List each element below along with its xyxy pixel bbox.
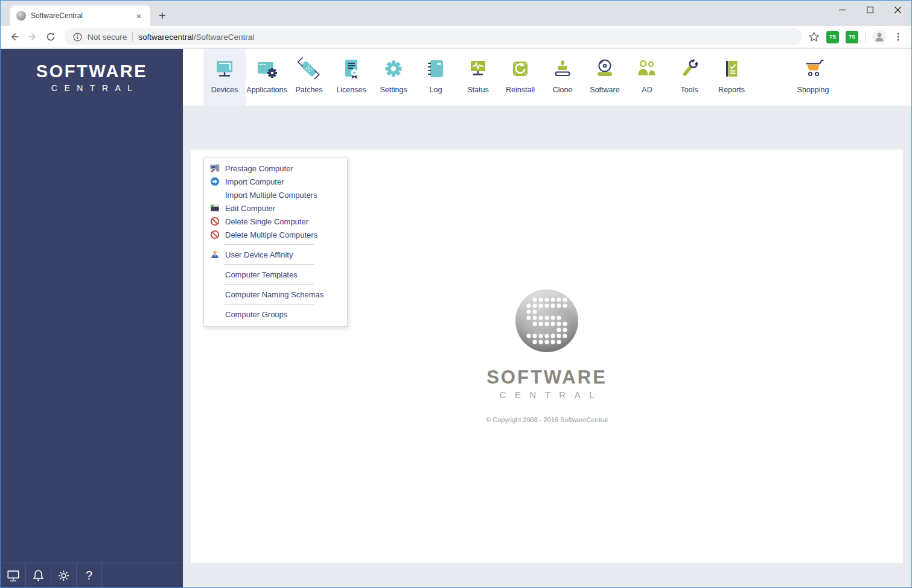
info-icon xyxy=(73,33,82,42)
menu-item-devices[interactable]: Devices xyxy=(203,49,246,106)
dropdown-item-computer-templates[interactable]: Computer Templates xyxy=(204,268,347,281)
dropdown-item-label: Delete Single Computer xyxy=(225,217,308,226)
software-icon xyxy=(593,57,617,81)
reload-icon xyxy=(45,31,56,42)
log-icon xyxy=(424,57,448,81)
gear-icon xyxy=(57,569,71,583)
logo-dotted-s-icon xyxy=(525,296,569,346)
sidebar-computer-button[interactable] xyxy=(1,563,26,587)
tab-close-icon[interactable]: × xyxy=(133,10,144,21)
security-label[interactable]: Not secure xyxy=(88,33,127,42)
menu-item-tools[interactable]: Tools xyxy=(668,49,710,106)
no-icon xyxy=(210,289,220,299)
sidebar-help-button[interactable]: ? xyxy=(77,563,102,587)
content-logo-central: CENTRAL xyxy=(491,390,603,400)
close-icon xyxy=(894,7,901,13)
menu-item-label: Settings xyxy=(380,86,407,94)
dropdown-item-delete-multiple-computers[interactable]: Delete Multiple Computers xyxy=(204,228,347,241)
import-computer-icon xyxy=(210,177,220,186)
browser-toolbar: Not secure softwarecentral/SoftwareCentr… xyxy=(1,26,911,49)
dropdown-item-computer-naming-schemas[interactable]: Computer Naming Schemas xyxy=(204,288,347,301)
dropdown-item-label: Prestage Computer xyxy=(225,164,293,173)
menu-item-licenses[interactable]: Licenses xyxy=(330,49,372,106)
window-controls xyxy=(828,1,911,19)
new-tab-button[interactable]: + xyxy=(159,10,166,21)
dropdown-item-label: Edit Computer xyxy=(225,204,275,213)
menu-item-label: Software xyxy=(590,86,619,94)
no-icon xyxy=(210,270,220,279)
subheader-band xyxy=(183,106,911,150)
url-text[interactable]: softwarecentral/SoftwareCentral xyxy=(138,33,254,42)
browser-tab[interactable]: SoftwareCentral × xyxy=(10,5,150,26)
prestage-computer-icon xyxy=(210,163,220,173)
dropdown-item-import-multiple-computers[interactable]: Import Multiple Computers xyxy=(204,188,347,201)
address-bar[interactable]: Not secure softwarecentral/SoftwareCentr… xyxy=(65,28,802,45)
minimize-icon xyxy=(839,7,846,13)
forward-arrow-icon xyxy=(27,31,38,42)
sidebar-notifications-button[interactable] xyxy=(26,563,51,587)
dropdown-divider xyxy=(224,284,314,285)
dropdown-item-label: Import Computer xyxy=(225,177,284,186)
profile-avatar[interactable] xyxy=(872,30,887,44)
browser-menu-icon[interactable] xyxy=(893,32,903,42)
ad-icon xyxy=(635,57,659,81)
minimize-button[interactable] xyxy=(828,1,856,19)
close-window-button[interactable] xyxy=(884,1,911,19)
dropdown-item-label: Delete Multiple Computers xyxy=(225,230,317,239)
applications-icon xyxy=(255,57,279,81)
extension-ts-icon[interactable]: TS xyxy=(846,31,858,43)
status-icon xyxy=(466,57,490,81)
sidebar-logo-central: CENTRAL xyxy=(1,83,183,93)
menu-item-label: Licenses xyxy=(336,86,366,94)
forward-button[interactable] xyxy=(24,28,42,46)
menu-item-status[interactable]: Status xyxy=(457,49,499,106)
browser-window: SoftwareCentral × + Not sec xyxy=(0,0,912,588)
bookmark-star-icon[interactable] xyxy=(808,31,820,43)
dropdown-item-label: Import Multiple Computers xyxy=(225,191,317,200)
dropdown-item-label: Computer Naming Schemas xyxy=(225,290,324,299)
menu-item-software[interactable]: Software xyxy=(584,49,626,106)
licenses-icon xyxy=(339,57,363,81)
back-button[interactable] xyxy=(5,28,24,46)
tab-strip: SoftwareCentral × + xyxy=(1,1,911,26)
maximize-icon xyxy=(867,7,873,13)
menu-item-label: Clone xyxy=(553,86,573,94)
sidebar-footer: ? xyxy=(1,563,183,587)
menu-item-label: Status xyxy=(467,86,488,94)
dropdown-item-prestage-computer[interactable]: Prestage Computer xyxy=(204,162,347,175)
menu-item-label: Log xyxy=(430,86,442,94)
menu-item-clone[interactable]: Clone xyxy=(541,49,584,106)
menu-item-log[interactable]: Log xyxy=(415,49,457,106)
menu-item-applications[interactable]: Applications xyxy=(246,49,288,106)
reinstall-icon xyxy=(508,57,532,81)
page: SOFTWARE CENTRAL ? DevicesAppl xyxy=(1,49,911,587)
dropdown-item-delete-single-computer[interactable]: Delete Single Computer xyxy=(204,215,347,228)
devices-dropdown-menu: Prestage ComputerImport ComputerImport M… xyxy=(203,157,348,327)
sidebar-logo-software: SOFTWARE xyxy=(1,62,183,81)
menu-item-ad[interactable]: AD xyxy=(626,49,668,106)
delete-icon xyxy=(210,217,220,226)
bell-icon xyxy=(31,569,45,583)
menu-item-reinstall[interactable]: Reinstall xyxy=(499,49,541,106)
dropdown-item-import-computer[interactable]: Import Computer xyxy=(204,175,347,188)
dropdown-divider xyxy=(224,264,314,265)
menu-item-settings[interactable]: Settings xyxy=(372,49,415,106)
person-icon xyxy=(873,31,885,43)
menu-item-shopping[interactable]: Shopping xyxy=(792,49,834,106)
menu-item-label: Reports xyxy=(718,86,745,94)
address-divider xyxy=(132,32,133,42)
dropdown-item-computer-groups[interactable]: Computer Groups xyxy=(204,308,347,321)
patches-icon xyxy=(297,57,321,81)
reload-button[interactable] xyxy=(42,28,60,46)
maximize-button[interactable] xyxy=(856,1,884,19)
softwarecentral-favicon-icon xyxy=(16,11,26,21)
sidebar-settings-button[interactable] xyxy=(51,563,77,587)
help-icon: ? xyxy=(86,569,92,583)
toolbar-separator xyxy=(865,31,866,43)
dropdown-item-edit-computer[interactable]: Edit Computer xyxy=(204,201,347,215)
sidebar-logo: SOFTWARE CENTRAL xyxy=(1,49,183,93)
menu-item-patches[interactable]: Patches xyxy=(288,49,330,106)
dropdown-item-user-device-affinity[interactable]: User Device Affinity xyxy=(204,248,347,261)
extension-ts-icon[interactable]: TS xyxy=(826,31,839,43)
menu-item-reports[interactable]: Reports xyxy=(710,49,753,106)
